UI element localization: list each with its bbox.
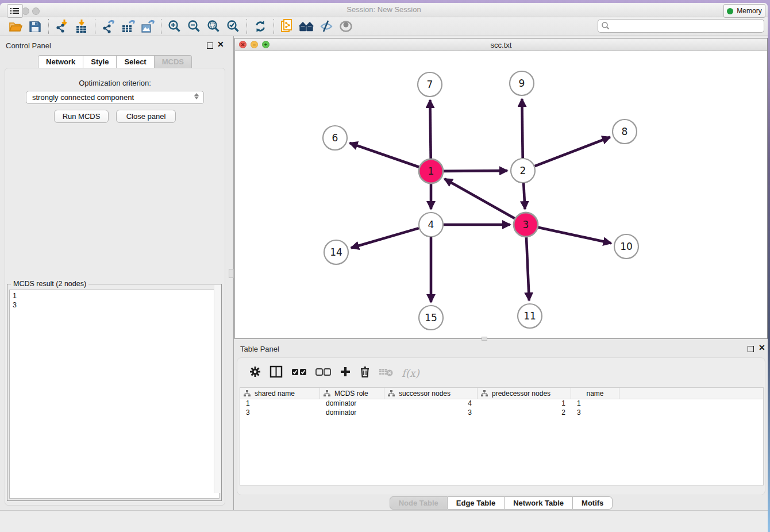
list-icon	[10, 7, 20, 15]
tab-mcds[interactable]: MCDS	[155, 55, 192, 68]
graph-node-label-8: 8	[622, 126, 628, 137]
graph-node-label-14: 14	[330, 246, 342, 258]
column-header-name[interactable]: name	[571, 388, 619, 399]
vertical-splitter-handle[interactable]	[229, 269, 234, 278]
control-panel-close-icon[interactable]: ✕	[217, 41, 224, 48]
tab-style[interactable]: Style	[83, 55, 117, 68]
toolbar-separator	[161, 19, 161, 34]
graph-edge-3-10[interactable]	[538, 228, 611, 244]
graph-edge-2-9[interactable]	[522, 99, 522, 158]
window-title: Session: New Session	[0, 5, 768, 14]
graph-edge-1-2[interactable]	[444, 171, 507, 171]
toolbar-separator	[48, 19, 49, 34]
graph-edge-4-14[interactable]	[351, 228, 419, 248]
network-canvas[interactable]: 7968124314101511	[235, 51, 767, 339]
column-type-icon	[481, 390, 488, 396]
column-header-mcds-role[interactable]: MCDS role	[320, 388, 384, 399]
mcds-result-scrollbar[interactable]	[214, 285, 221, 493]
network-view-titlebar: ✕ − + scc.txt	[235, 38, 767, 51]
column-type-icon	[388, 390, 395, 396]
column-header-predecessor-nodes[interactable]: predecessor nodes	[478, 388, 571, 399]
control-panel-tabs: Network Style Select MCDS	[0, 55, 230, 68]
graph-edge-2-3[interactable]	[523, 183, 525, 209]
column-type-icon	[244, 390, 251, 396]
search-icon	[601, 21, 610, 33]
import-network-icon[interactable]	[52, 18, 72, 34]
task-history-button[interactable]	[7, 4, 23, 18]
control-panel-title: Control Panel	[6, 41, 51, 50]
hide-graphics-details-icon[interactable]	[317, 18, 336, 34]
function-builder-icon[interactable]: f(x)	[402, 367, 419, 379]
add-column-icon[interactable]	[340, 366, 351, 380]
tab-node-table[interactable]: Node Table	[390, 496, 448, 510]
zoom-selected-icon[interactable]	[224, 18, 243, 34]
column-header-shared-name[interactable]: shared name	[240, 388, 320, 399]
graph-node-label-10: 10	[620, 241, 633, 252]
network-overview-icon[interactable]	[278, 18, 297, 34]
toolbar-separator	[274, 19, 274, 34]
close-panel-button[interactable]: Close panel	[116, 110, 176, 123]
graph-edge-2-8[interactable]	[535, 137, 610, 166]
table-row[interactable]: 1 dominator 4 1 1	[240, 399, 763, 408]
home-icon[interactable]	[297, 18, 317, 34]
tab-motifs[interactable]: Motifs	[573, 496, 613, 510]
node-table-header: shared name MCDS role successor nodes pr…	[240, 388, 763, 399]
refresh-layout-icon[interactable]	[251, 18, 270, 34]
table-panel-tabs: Node Table Edge Table Network Table Moti…	[234, 496, 768, 510]
graph-node-label-11: 11	[523, 310, 536, 322]
deselect-all-rows-icon[interactable]	[315, 367, 332, 379]
toolbar-separator	[95, 19, 95, 34]
tab-edge-table[interactable]: Edge Table	[448, 496, 505, 510]
search-field	[598, 19, 764, 33]
delete-column-icon[interactable]	[359, 365, 371, 380]
table-panel: f(x) shared name MCDS role successor nod…	[237, 357, 765, 495]
mcds-result-text[interactable]: 1 3	[9, 290, 220, 499]
save-session-icon[interactable]	[25, 18, 45, 34]
memory-label: Memory	[737, 7, 761, 15]
export-network-icon[interactable]	[99, 18, 118, 34]
graph-node-label-2: 2	[520, 165, 526, 176]
zoom-fit-icon[interactable]	[204, 18, 224, 34]
search-input[interactable]	[598, 19, 764, 33]
memory-status-dot	[727, 8, 733, 14]
export-image-icon[interactable]	[138, 18, 157, 34]
table-panel-close-icon[interactable]: ✕	[759, 345, 765, 351]
show-graphics-details-icon[interactable]	[336, 18, 356, 34]
table-panel-title: Table Panel	[240, 345, 279, 353]
table-toolbar: f(x)	[242, 361, 761, 384]
graph-node-label-6: 6	[332, 132, 338, 144]
column-type-icon	[324, 390, 330, 396]
optimization-criterion-select[interactable]: strongly connected component	[26, 91, 204, 104]
zoom-out-icon[interactable]	[184, 18, 204, 34]
graph-node-label-1: 1	[428, 165, 434, 177]
open-session-icon[interactable]	[6, 18, 25, 34]
select-all-rows-icon[interactable]	[291, 367, 307, 379]
export-table-icon[interactable]	[118, 18, 138, 34]
tab-select[interactable]: Select	[117, 55, 154, 68]
graph-node-label-15: 15	[425, 312, 437, 323]
run-mcds-button[interactable]: Run MCDS	[54, 110, 109, 123]
control-panel-float-icon[interactable]	[207, 43, 213, 49]
graph-edge-3-1[interactable]	[445, 179, 515, 218]
tab-network-table[interactable]: Network Table	[505, 496, 573, 510]
import-table-icon[interactable]	[72, 18, 91, 34]
graph-node-label-4: 4	[428, 219, 434, 230]
graph-edge-3-11[interactable]	[526, 237, 529, 300]
network-view-title: scc.txt	[235, 41, 767, 49]
column-header-successor-nodes[interactable]: successor nodes	[384, 388, 478, 399]
delete-table-icon[interactable]	[379, 367, 394, 379]
graph-edge-1-7[interactable]	[430, 100, 430, 159]
toolbar-separator	[247, 19, 247, 34]
horizontal-splitter-handle[interactable]	[482, 337, 487, 341]
network-view-window: ✕ − + scc.txt 7968124314101511	[234, 38, 768, 339]
table-panel-float-icon[interactable]	[748, 346, 754, 352]
graph-edge-1-6[interactable]	[350, 143, 419, 167]
zoom-in-icon[interactable]	[165, 18, 184, 34]
mcds-result-group: MCDS result (2 nodes) 1 3	[7, 284, 222, 501]
table-settings-icon[interactable]	[249, 365, 261, 380]
memory-button[interactable]: Memory	[723, 4, 765, 18]
tab-network[interactable]: Network	[38, 55, 83, 68]
node-table: shared name MCDS role successor nodes pr…	[240, 387, 764, 485]
table-row[interactable]: 3 dominator 3 2 3	[240, 408, 763, 418]
column-layout-icon[interactable]	[270, 365, 283, 380]
